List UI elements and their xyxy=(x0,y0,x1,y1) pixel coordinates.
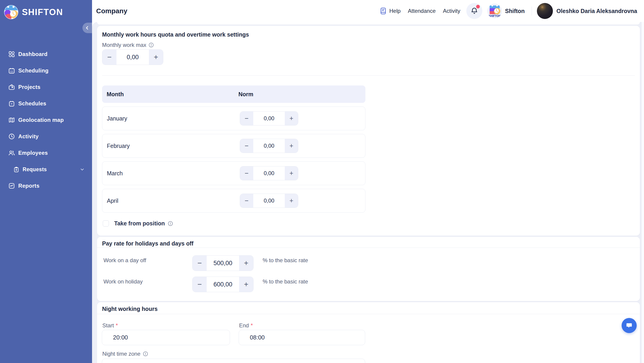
month-name: February xyxy=(102,143,130,149)
brand[interactable]: SHIFTON xyxy=(4,5,63,19)
increment-button[interactable]: + xyxy=(285,112,298,125)
sidebar-item-employees[interactable]: Employees xyxy=(0,145,92,161)
pay-rate-suffix: % to the basic rate xyxy=(262,277,308,285)
norm-value[interactable]: 0,00 xyxy=(253,166,285,180)
monthly-work-max-value[interactable]: 0,00 xyxy=(116,50,149,65)
day-off-rate-value[interactable]: 500,00 xyxy=(207,256,239,271)
sidebar-item-activity[interactable]: Activity xyxy=(0,128,92,145)
norm-stepper: − 0,00 + xyxy=(240,111,298,126)
help-link[interactable]: Help xyxy=(379,7,400,15)
increment-button[interactable]: + xyxy=(239,277,253,292)
scrollbar[interactable] xyxy=(641,22,644,363)
pay-rate-card-title: Pay rate for holidays and days off xyxy=(102,240,194,247)
sidebar-item-scheduling[interactable]: Scheduling xyxy=(0,62,92,79)
sidebar-item-label: Projects xyxy=(18,84,40,90)
start-label: Start* xyxy=(102,322,118,329)
notification-badge xyxy=(476,5,480,9)
night-time-zone-label-row: Night time zone xyxy=(102,351,148,357)
sidebar-nav: Dashboard Scheduling Projects Schedules … xyxy=(0,46,92,194)
night-time-zone-label: Night time zone xyxy=(102,351,140,357)
header: Company Help Attendance Activity xyxy=(92,0,644,22)
sidebar-item-label: Requests xyxy=(22,166,47,173)
sidebar-item-label: Activity xyxy=(18,133,38,140)
norm-value[interactable]: 0,00 xyxy=(253,194,285,208)
notifications-button[interactable] xyxy=(466,3,482,19)
increment-button[interactable]: + xyxy=(149,50,163,65)
chat-widget-button[interactable] xyxy=(622,318,637,333)
sidebar-item-label: Scheduling xyxy=(18,68,48,74)
sidebar-item-label: Schedules xyxy=(18,100,46,107)
info-icon[interactable] xyxy=(168,221,173,226)
monthly-work-max-label: Monthly work max xyxy=(102,42,146,48)
activity-link[interactable]: Activity xyxy=(443,8,460,14)
required-marker: * xyxy=(116,322,118,328)
decrement-button[interactable]: − xyxy=(240,194,253,208)
attendance-link[interactable]: Attendance xyxy=(408,8,436,14)
app-root: SHIFTON Dashboard Scheduling Projects Sc… xyxy=(0,0,644,363)
norm-stepper: − 0,00 + xyxy=(240,194,298,208)
sidebar-item-projects[interactable]: Projects xyxy=(0,79,92,95)
decrement-button[interactable]: − xyxy=(240,139,253,153)
monthly-hours-card: Monthly work hours quota and overtime wo… xyxy=(97,26,640,236)
month-name: March xyxy=(102,170,123,177)
sidebar-item-label: Geolocation map xyxy=(18,117,64,123)
attendance-label: Attendance xyxy=(408,8,436,14)
shifton-logo-icon xyxy=(4,5,18,19)
map-icon xyxy=(8,117,15,123)
decrement-button[interactable]: − xyxy=(102,50,116,65)
sidebar-item-requests[interactable]: Requests xyxy=(0,161,92,178)
activity-label: Activity xyxy=(443,8,460,14)
night-end-input[interactable] xyxy=(239,330,365,345)
user-name[interactable]: Oleshko Daria Aleksandrovna xyxy=(556,8,637,15)
decrement-button[interactable]: − xyxy=(240,166,253,180)
help-label: Help xyxy=(389,8,400,14)
header-right: Help Attendance Activity xyxy=(379,0,637,22)
content-scroll-area[interactable]: Monthly work hours quota and overtime wo… xyxy=(92,22,644,363)
sidebar-item-reports[interactable]: Reports xyxy=(0,178,92,194)
chevron-down-icon xyxy=(80,167,85,172)
increment-button[interactable]: + xyxy=(285,139,298,153)
info-icon[interactable] xyxy=(143,351,148,356)
night-time-zone-input[interactable] xyxy=(102,359,365,363)
holiday-rate-value[interactable]: 600,00 xyxy=(207,277,239,292)
sidebar-item-schedules[interactable]: Schedules xyxy=(0,95,92,112)
workspace-name[interactable]: Shifton xyxy=(505,8,525,15)
sidebar-collapse-button[interactable] xyxy=(82,23,92,33)
decrement-button[interactable]: − xyxy=(240,112,253,125)
sidebar: SHIFTON Dashboard Scheduling Projects Sc… xyxy=(0,0,92,363)
users-icon xyxy=(8,150,15,156)
user-avatar[interactable] xyxy=(537,3,553,19)
table-row: February − 0,00 + xyxy=(102,134,366,158)
sidebar-item-label: Reports xyxy=(18,183,40,189)
end-label: End* xyxy=(239,322,253,329)
increment-button[interactable]: + xyxy=(285,194,298,208)
night-hours-card: Night working hours Start* End* Night ti… xyxy=(97,302,640,363)
pay-rate-label: Work on a day off xyxy=(104,255,192,264)
brand-wordmark: SHIFTON xyxy=(22,7,63,17)
month-name: April xyxy=(102,197,118,204)
monthly-work-max-label-row: Monthly work max xyxy=(102,42,154,48)
reports-chart-icon xyxy=(8,182,15,189)
take-from-position-checkbox[interactable] xyxy=(103,220,109,227)
decrement-button[interactable]: − xyxy=(192,277,207,292)
sidebar-item-geolocation-map[interactable]: Geolocation map xyxy=(0,112,92,128)
chevron-left-icon xyxy=(85,25,90,31)
sidebar-item-label: Employees xyxy=(18,150,48,156)
norm-stepper: − 0,00 + xyxy=(240,139,298,153)
norm-value[interactable]: 0,00 xyxy=(253,112,285,125)
monthly-work-max-stepper: − 0,00 + xyxy=(102,49,163,65)
schedule-note-icon xyxy=(8,100,15,107)
increment-button[interactable]: + xyxy=(239,256,253,271)
pay-rate-suffix: % to the basic rate xyxy=(262,255,308,264)
page-title: Company xyxy=(96,7,128,15)
sidebar-item-label: Dashboard xyxy=(18,51,48,57)
info-icon[interactable] xyxy=(148,42,154,48)
norm-value[interactable]: 0,00 xyxy=(253,139,285,153)
decrement-button[interactable]: − xyxy=(192,256,207,271)
increment-button[interactable]: + xyxy=(285,166,298,180)
sidebar-item-dashboard[interactable]: Dashboard xyxy=(0,46,92,62)
workspace-logo-icon[interactable]: SHIFTON xyxy=(487,4,502,18)
night-start-input[interactable] xyxy=(102,330,230,345)
day-off-rate-stepper: − 500,00 + xyxy=(192,255,254,271)
help-book-icon xyxy=(379,7,387,15)
